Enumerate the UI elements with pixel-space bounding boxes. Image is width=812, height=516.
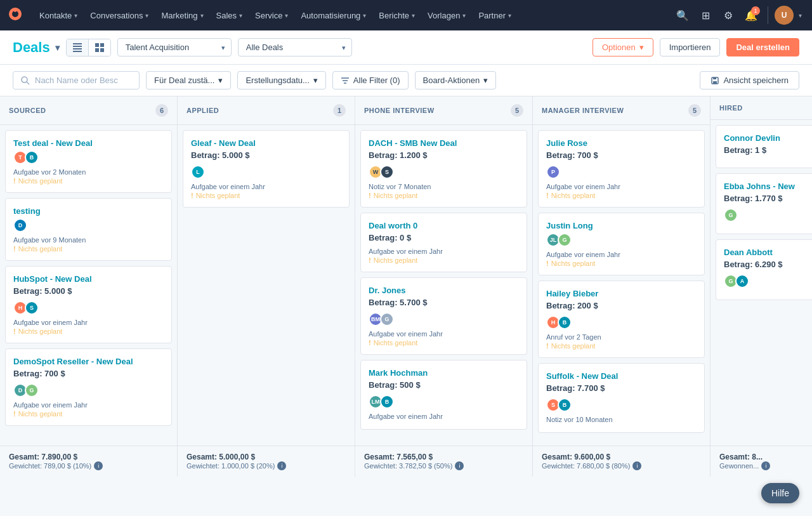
card-warning: Nichts geplant bbox=[546, 260, 697, 267]
column-cards: Connor Devlin Betrag: 1 $ Ebba Johns - N… bbox=[710, 120, 812, 446]
column-title: PHONE INTERVIEW bbox=[364, 107, 435, 114]
search-input[interactable] bbox=[35, 76, 130, 85]
column-header: HIRED bbox=[710, 96, 812, 120]
nav-sales[interactable]: Sales ▾ bbox=[210, 0, 249, 30]
notifications-button[interactable]: 🔔 1 bbox=[741, 5, 761, 25]
save-view-button[interactable]: Ansicht speichern bbox=[700, 71, 799, 89]
card-meta: Aufgabe vor einem Jahr bbox=[369, 413, 519, 420]
card-title[interactable]: testing bbox=[13, 206, 164, 216]
list-view-toggle[interactable] bbox=[67, 39, 88, 56]
nav-conversations[interactable]: Conversations ▾ bbox=[84, 0, 155, 30]
card-title[interactable]: Test deal - New Deal bbox=[13, 138, 164, 148]
card-title[interactable]: Justin Long bbox=[546, 221, 697, 230]
deal-card[interactable]: Gleaf - New Deal Betrag: 5.000 $ L Aufga… bbox=[183, 130, 350, 208]
card-amount: Betrag: 200 $ bbox=[546, 301, 697, 310]
card-title[interactable]: Mark Hochman bbox=[369, 368, 519, 378]
avatar: L bbox=[191, 165, 205, 179]
deal-card[interactable]: Suffolk - New Deal Betrag: 7.700 $ SB No… bbox=[538, 363, 705, 433]
hubspot-logo[interactable] bbox=[8, 6, 23, 25]
card-title[interactable]: Deal worth 0 bbox=[369, 221, 519, 230]
nav-service[interactable]: Service ▾ bbox=[249, 0, 294, 30]
card-meta: Aufgabe vor 9 Monaten bbox=[13, 236, 164, 244]
card-title[interactable]: Ebba Johns - New bbox=[724, 182, 812, 191]
card-title[interactable]: Connor Devlin bbox=[724, 133, 812, 143]
deal-card[interactable]: DemoSpot Reseller - New Deal Betrag: 700… bbox=[5, 348, 172, 426]
card-warning: Nichts geplant bbox=[546, 192, 697, 199]
deal-card[interactable]: Ebba Johns - New Betrag: 1.770 $ G bbox=[716, 173, 812, 234]
column-title: APPLIED bbox=[187, 107, 219, 114]
card-amount: Betrag: 700 $ bbox=[13, 369, 164, 378]
save-icon bbox=[710, 76, 719, 85]
card-title[interactable]: Hailey Bieber bbox=[546, 289, 697, 298]
card-avatars: HS bbox=[13, 301, 164, 315]
deal-card[interactable]: Test deal - New Deal TB Aufgabe vor 2 Mo… bbox=[5, 130, 172, 193]
options-button[interactable]: Optionen ▾ bbox=[593, 38, 653, 56]
board-actions-button[interactable]: Board-Aktionen ▾ bbox=[415, 71, 497, 89]
marketplace-button[interactable]: ⊞ bbox=[695, 5, 716, 25]
deal-card[interactable]: Dean Abbott Betrag: 6.290 $ GA bbox=[716, 239, 812, 300]
grid-view-toggle[interactable] bbox=[88, 39, 110, 56]
deal-card[interactable]: Hailey Bieber Betrag: 200 $ HB Anruf vor… bbox=[538, 281, 705, 358]
deal-card[interactable]: Dr. Jones Betrag: 5.700 $ BMG Aufgabe vo… bbox=[360, 277, 527, 355]
card-meta: Aufgabe vor einem Jahr bbox=[13, 319, 164, 326]
nav-partner[interactable]: Partner ▾ bbox=[472, 0, 518, 30]
deal-card[interactable]: testing D Aufgabe vor 9 Monaten Nichts g… bbox=[5, 198, 172, 261]
nav-berichte[interactable]: Berichte ▾ bbox=[372, 0, 421, 30]
import-button[interactable]: Importieren bbox=[660, 38, 721, 56]
create-deal-button[interactable]: Deal erstellen bbox=[726, 38, 799, 56]
deal-card[interactable]: DACH - SMB New Deal Betrag: 1.200 $ WS N… bbox=[360, 130, 527, 208]
info-icon[interactable]: i bbox=[632, 461, 641, 470]
info-icon[interactable]: i bbox=[455, 461, 464, 470]
avatar: B bbox=[380, 395, 394, 409]
card-title[interactable]: Julie Rose bbox=[546, 138, 697, 148]
column-sourced: SOURCED 6 Test deal - New Deal TB Aufgab… bbox=[0, 96, 178, 477]
card-title[interactable]: Dean Abbott bbox=[724, 248, 812, 257]
card-avatars: LMB bbox=[369, 395, 519, 409]
deal-card[interactable]: HubSpot - New Deal Betrag: 5.000 $ HS Au… bbox=[5, 266, 172, 343]
nav-kontakte[interactable]: Kontakte ▾ bbox=[33, 0, 84, 30]
nav-automatisierung[interactable]: Automatisierung ▾ bbox=[294, 0, 372, 30]
title-dropdown-chevron[interactable]: ▾ bbox=[55, 43, 60, 53]
card-title[interactable]: DACH - SMB New Deal bbox=[369, 138, 519, 148]
card-title[interactable]: Dr. Jones bbox=[369, 286, 519, 295]
avatar: D bbox=[13, 218, 27, 232]
card-meta: Aufgabe vor einem Jahr bbox=[369, 330, 519, 338]
search-box[interactable] bbox=[13, 71, 140, 89]
user-menu-chevron[interactable]: ▾ bbox=[796, 0, 804, 30]
card-title[interactable]: Suffolk - New Deal bbox=[546, 371, 697, 381]
column-header: MANAGER INTERVIEW 5 bbox=[533, 96, 710, 125]
deals-filter-select[interactable]: Alle Deals bbox=[238, 38, 352, 56]
deal-card[interactable]: Deal worth 0 Betrag: 0 $ Aufgabe vor ein… bbox=[360, 213, 527, 272]
info-icon[interactable]: i bbox=[277, 461, 286, 470]
user-avatar[interactable]: U bbox=[775, 6, 794, 25]
svg-point-2 bbox=[14, 10, 16, 12]
date-filter-button[interactable]: Erstellungsdatu... ▾ bbox=[237, 71, 325, 89]
deals-board: SOURCED 6 Test deal - New Deal TB Aufgab… bbox=[0, 96, 812, 477]
card-amount: Betrag: 1 $ bbox=[724, 145, 812, 155]
deal-card[interactable]: Justin Long JLG Aufgabe vor einem Jahr N… bbox=[538, 213, 705, 275]
nav-vorlagen[interactable]: Vorlagen ▾ bbox=[421, 0, 472, 30]
deal-card[interactable]: Julie Rose Betrag: 700 $ P Aufgabe vor e… bbox=[538, 130, 705, 208]
svg-rect-17 bbox=[713, 81, 717, 84]
card-amount: Betrag: 700 $ bbox=[546, 150, 697, 160]
deal-card[interactable]: Connor Devlin Betrag: 1 $ bbox=[716, 125, 812, 168]
info-icon[interactable]: i bbox=[761, 461, 770, 470]
column-footer: Gesamt: 8... Gewonnen... i bbox=[710, 446, 812, 477]
column-phone-interview: PHONE INTERVIEW 5 DACH - SMB New Deal Be… bbox=[355, 96, 533, 477]
pipeline-select[interactable]: Talent Acquisition bbox=[117, 38, 232, 56]
chevron-down-icon: ▾ bbox=[462, 12, 466, 19]
chevron-down-icon: ▾ bbox=[412, 12, 415, 19]
info-icon[interactable]: i bbox=[94, 461, 103, 470]
settings-button[interactable]: ⚙ bbox=[718, 5, 738, 25]
search-button[interactable]: 🔍 bbox=[672, 5, 693, 25]
card-title[interactable]: Gleaf - New Deal bbox=[191, 138, 341, 148]
card-title[interactable]: DemoSpot Reseller - New Deal bbox=[13, 357, 164, 366]
nav-marketing[interactable]: Marketing ▾ bbox=[155, 0, 209, 30]
deal-card[interactable]: Mark Hochman Betrag: 500 $ LMB Aufgabe v… bbox=[360, 360, 527, 430]
all-filters-button[interactable]: Alle Filter (0) bbox=[332, 71, 409, 89]
column-weighted: Gewichtet: 7.680,00 $ (80%) i bbox=[542, 461, 701, 470]
assignee-filter-button[interactable]: Für Deal zustä... ▾ bbox=[146, 71, 231, 89]
card-title[interactable]: HubSpot - New Deal bbox=[13, 274, 164, 284]
card-meta: Aufgabe vor 2 Monaten bbox=[13, 168, 164, 176]
card-amount: Betrag: 0 $ bbox=[369, 233, 519, 242]
